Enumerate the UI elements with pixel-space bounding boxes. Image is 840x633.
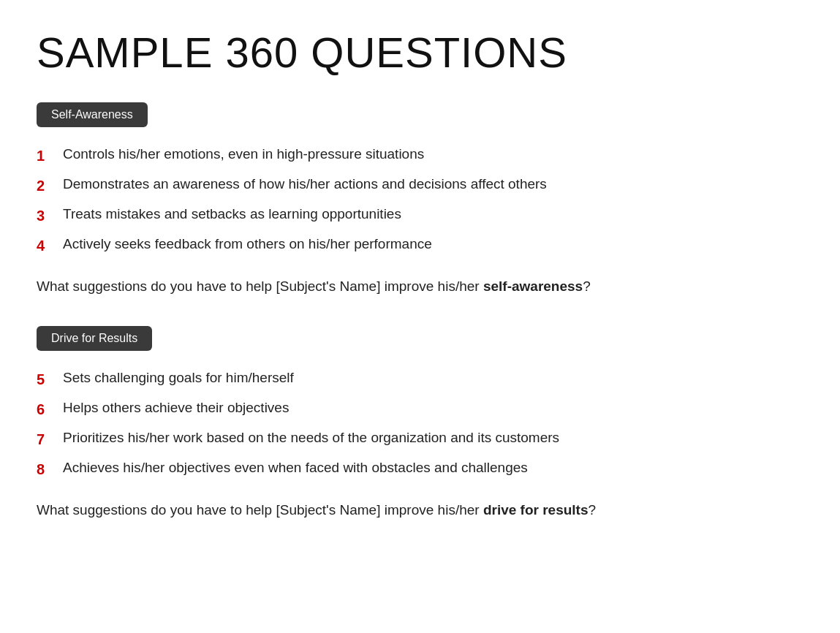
suggestion-text-self-awareness: What suggestions do you have to help [Su… (37, 276, 803, 297)
question-text: Sets challenging goals for him/herself (63, 368, 294, 388)
list-item: 3Treats mistakes and setbacks as learnin… (37, 205, 803, 226)
question-number: 7 (37, 428, 63, 450)
list-item: 8Achieves his/her objectives even when f… (37, 458, 803, 480)
question-text: Achieves his/her objectives even when fa… (63, 458, 528, 478)
question-number: 3 (37, 205, 63, 226)
list-item: 7Prioritizes his/her work based on the n… (37, 428, 803, 450)
question-text: Prioritizes his/her work based on the ne… (63, 428, 559, 448)
suggestion-bold-keyword: self-awareness (483, 278, 583, 294)
suggestion-text-drive-for-results: What suggestions do you have to help [Su… (37, 500, 803, 521)
question-number: 2 (37, 175, 63, 196)
question-number: 1 (37, 145, 63, 166)
page-title: SAMPLE 360 QUESTIONS (37, 29, 803, 76)
list-item: 6Helps others achieve their objectives (37, 398, 803, 420)
suggestion-bold-keyword: drive for results (483, 502, 589, 518)
question-number: 6 (37, 398, 63, 420)
question-number: 5 (37, 368, 63, 390)
question-list-drive-for-results: 5Sets challenging goals for him/herself6… (37, 368, 803, 480)
question-text: Helps others achieve their objectives (63, 398, 289, 418)
list-item: 5Sets challenging goals for him/herself (37, 368, 803, 390)
list-item: 1Controls his/her emotions, even in high… (37, 145, 803, 166)
category-badge-self-awareness: Self-Awareness (37, 102, 148, 127)
question-number: 4 (37, 235, 63, 256)
question-list-self-awareness: 1Controls his/her emotions, even in high… (37, 145, 803, 256)
question-text: Demonstrates an awareness of how his/her… (63, 175, 547, 194)
section-self-awareness: Self-Awareness1Controls his/her emotions… (37, 102, 803, 297)
list-item: 2Demonstrates an awareness of how his/he… (37, 175, 803, 196)
question-text: Controls his/her emotions, even in high-… (63, 145, 424, 164)
question-text: Actively seeks feedback from others on h… (63, 235, 432, 254)
list-item: 4Actively seeks feedback from others on … (37, 235, 803, 256)
question-text: Treats mistakes and setbacks as learning… (63, 205, 401, 224)
category-badge-drive-for-results: Drive for Results (37, 326, 152, 351)
question-number: 8 (37, 458, 63, 480)
section-drive-for-results: Drive for Results5Sets challenging goals… (37, 326, 803, 521)
